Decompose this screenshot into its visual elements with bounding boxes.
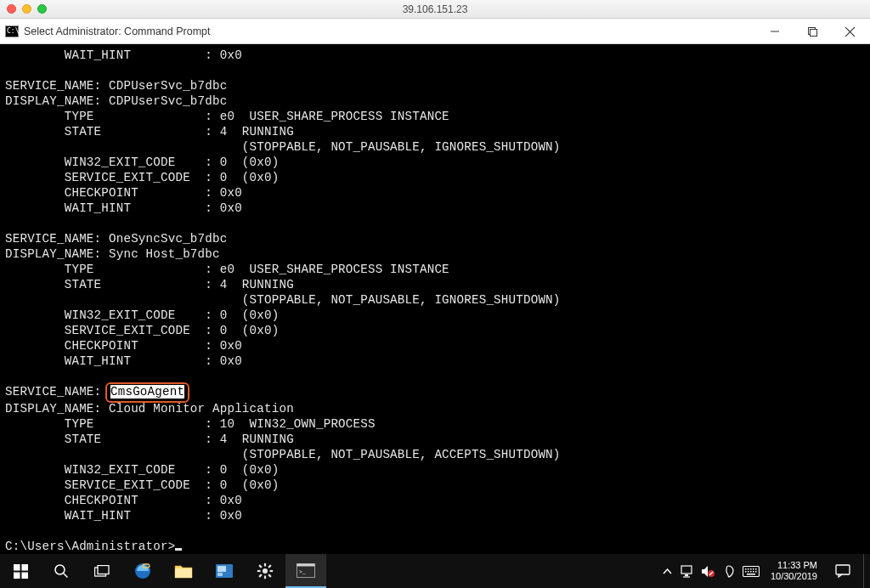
- svg-rect-5: [14, 564, 20, 571]
- svg-marker-34: [702, 566, 708, 577]
- terminal-line: SERVICE_EXIT_CODE : 0 (0x0): [5, 478, 279, 492]
- terminal-line: SERVICE_NAME:: [5, 385, 109, 399]
- terminal-line: TYPE : e0 USER_SHARE_PROCESS INSTANCE: [5, 263, 449, 276]
- terminal-line: WIN32_EXIT_CODE : 0 (0x0): [5, 463, 279, 477]
- taskbar: >_ 11:33 PM 10/30/2019: [0, 554, 870, 588]
- taskbar-right: 11:33 PM 10/30/2019: [660, 554, 870, 588]
- mac-maximize-button[interactable]: [37, 4, 47, 14]
- svg-rect-7: [14, 572, 20, 579]
- svg-line-24: [259, 565, 262, 568]
- terminal-line: SERVICE_EXIT_CODE : 0 (0x0): [5, 324, 279, 337]
- svg-rect-42: [755, 568, 757, 570]
- taskbar-explorer-icon[interactable]: [163, 554, 204, 588]
- task-view-button[interactable]: [82, 554, 122, 588]
- terminal-line: TYPE : 10 WIN32_OWN_PROCESS: [5, 417, 376, 431]
- tray-app-icon[interactable]: [721, 554, 737, 588]
- svg-rect-15: [175, 568, 192, 578]
- terminal-line: WIN32_EXIT_CODE : 0 (0x0): [5, 155, 279, 169]
- svg-rect-41: [753, 568, 754, 570]
- svg-text:>_: >_: [299, 568, 306, 575]
- mac-titlebar: 39.106.151.23: [0, 0, 870, 19]
- svg-rect-40: [750, 568, 752, 570]
- terminal-line: TYPE : e0 USER_SHARE_PROCESS INSTANCE: [5, 110, 449, 123]
- svg-rect-31: [681, 566, 692, 574]
- terminal-line: WAIT_HINT : 0x0: [5, 48, 242, 62]
- terminal-line: SERVICE_EXIT_CODE : 0 (0x0): [5, 171, 279, 184]
- tray-volume-muted-icon[interactable]: [701, 554, 716, 588]
- remote-desktop-body: C:\ Select Administrator: Command Prompt…: [0, 19, 870, 588]
- svg-rect-8: [21, 572, 28, 579]
- terminal-line: (STOPPABLE, NOT_PAUSABLE, IGNORES_SHUTDO…: [5, 140, 561, 154]
- terminal-line: STATE : 4 RUNNING: [5, 125, 294, 139]
- terminal-line: (STOPPABLE, NOT_PAUSABLE, IGNORES_SHUTDO…: [5, 293, 561, 307]
- terminal-line: CHECKPOINT : 0x0: [5, 494, 242, 507]
- cmd-minimize-button[interactable]: [756, 19, 794, 44]
- svg-rect-47: [755, 571, 757, 573]
- terminal-line: WAIT_HINT : 0x0: [5, 509, 242, 523]
- svg-rect-18: [218, 573, 223, 576]
- svg-rect-43: [745, 571, 747, 573]
- selected-text: CmsGoAgent: [110, 385, 184, 399]
- terminal-line: STATE : 4 RUNNING: [5, 278, 294, 291]
- start-button[interactable]: [0, 554, 41, 588]
- svg-rect-32: [685, 574, 688, 576]
- terminal-output[interactable]: WAIT_HINT : 0x0 SERVICE_NAME: CDPUserSvc…: [0, 44, 870, 554]
- taskbar-cmd-icon[interactable]: >_: [285, 554, 326, 588]
- terminal-line: CHECKPOINT : 0x0: [5, 186, 242, 200]
- terminal-line: (STOPPABLE, NOT_PAUSABLE, ACCEPTS_SHUTDO…: [5, 448, 561, 461]
- taskbar-left: >_: [0, 554, 326, 588]
- taskbar-clock[interactable]: 11:33 PM 10/30/2019: [765, 560, 822, 582]
- action-center-button[interactable]: [828, 554, 858, 588]
- svg-point-9: [55, 565, 65, 574]
- cmd-close-button[interactable]: [831, 19, 868, 44]
- taskbar-date: 10/30/2019: [771, 571, 817, 582]
- svg-rect-29: [297, 563, 315, 566]
- svg-rect-17: [218, 566, 226, 572]
- cmd-window-title: Select Administrator: Command Prompt: [24, 25, 756, 37]
- taskbar-server-manager-icon[interactable]: [204, 554, 245, 588]
- prompt-line: C:\Users\Administrator>: [5, 540, 175, 553]
- terminal-line: DISPLAY_NAME: CDPUserSvc_b7dbc: [5, 94, 227, 108]
- mac-window-title: 39.106.151.23: [0, 3, 870, 15]
- svg-rect-12: [98, 565, 109, 574]
- terminal-line: WIN32_EXIT_CODE : 0 (0x0): [5, 308, 279, 322]
- svg-line-10: [64, 574, 68, 578]
- svg-rect-46: [753, 571, 754, 573]
- terminal-line: SERVICE_NAME: OneSyncSvc_b7dbc: [5, 232, 227, 246]
- cursor: [175, 548, 182, 551]
- tray-keyboard-icon[interactable]: [742, 554, 760, 588]
- tray-chevron-up-icon[interactable]: [660, 554, 675, 588]
- terminal-line: SERVICE_NAME: CDPUserSvc_b7dbc: [5, 79, 227, 93]
- show-desktop-button[interactable]: [863, 554, 868, 588]
- terminal-line: CHECKPOINT : 0x0: [5, 339, 242, 353]
- mac-minimize-button[interactable]: [22, 4, 31, 14]
- mac-close-button[interactable]: [7, 4, 16, 14]
- svg-rect-38: [745, 568, 747, 570]
- tray-network-icon[interactable]: [681, 554, 696, 588]
- terminal-line: STATE : 4 RUNNING: [5, 433, 294, 446]
- terminal-line: WAIT_HINT : 0x0: [5, 354, 242, 368]
- cmd-titlebar[interactable]: C:\ Select Administrator: Command Prompt: [0, 19, 870, 44]
- svg-point-19: [263, 568, 268, 574]
- svg-rect-39: [748, 568, 749, 570]
- highlighted-service-name: CmsGoAgent: [105, 382, 189, 403]
- cmd-maximize-button[interactable]: [794, 19, 831, 44]
- search-button[interactable]: [41, 554, 82, 588]
- svg-rect-6: [21, 564, 28, 571]
- terminal-line: DISPLAY_NAME: Sync Host_b7dbc: [5, 247, 220, 261]
- svg-line-25: [268, 574, 271, 577]
- svg-rect-44: [748, 571, 749, 573]
- svg-rect-45: [750, 571, 752, 573]
- cmd-window-controls: [756, 19, 868, 43]
- svg-line-26: [259, 574, 262, 577]
- taskbar-settings-icon[interactable]: [245, 554, 285, 588]
- svg-line-27: [268, 565, 271, 568]
- svg-rect-48: [747, 574, 755, 575]
- mac-traffic-lights: [7, 4, 47, 14]
- svg-rect-2: [810, 29, 816, 36]
- taskbar-ie-icon[interactable]: [122, 554, 163, 588]
- taskbar-time: 11:33 PM: [771, 560, 817, 571]
- cmd-icon: C:\: [5, 25, 19, 37]
- terminal-line: DISPLAY_NAME: Cloud Monitor Application: [5, 402, 294, 416]
- terminal-line: WAIT_HINT : 0x0: [5, 201, 242, 215]
